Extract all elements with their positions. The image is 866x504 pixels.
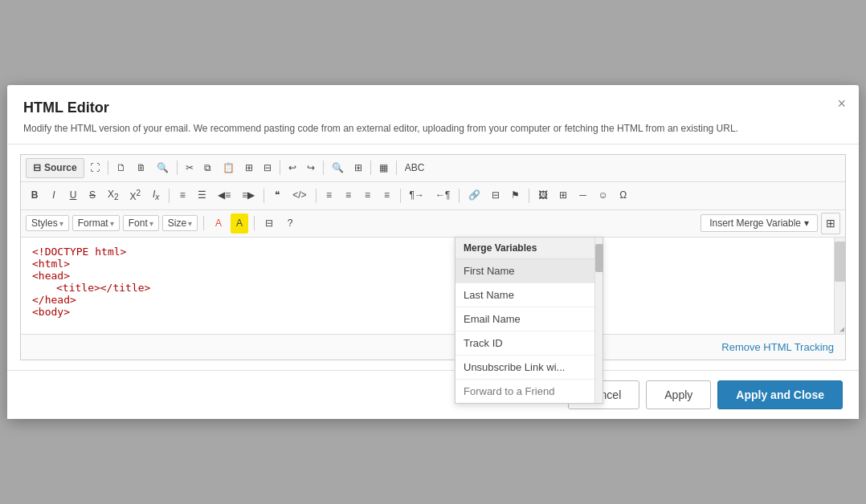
select-all-button[interactable]: ▦: [374, 158, 393, 178]
dropdown-item-forward[interactable]: Forward to a Friend: [455, 380, 603, 403]
clear-format-button[interactable]: Ix: [147, 185, 165, 206]
find-button[interactable]: 🔍: [327, 158, 349, 178]
align-left-button[interactable]: ≡: [321, 185, 338, 205]
replace-button[interactable]: ⊞: [349, 158, 367, 178]
copy-button[interactable]: ⧉: [199, 158, 217, 178]
apply-close-button[interactable]: Apply and Close: [717, 380, 843, 409]
close-button[interactable]: ×: [837, 96, 846, 111]
modal-header: HTML Editor Modify the HTML version of y…: [7, 85, 859, 144]
redo-button[interactable]: ↪: [302, 158, 320, 178]
font-color-button[interactable]: A: [210, 213, 227, 234]
source-button[interactable]: ⊟ Source: [26, 158, 84, 178]
toolbar-sep-14: [254, 216, 255, 230]
html-editor-modal: HTML Editor Modify the HTML version of y…: [7, 85, 859, 419]
unordered-list-button[interactable]: ☰: [193, 185, 211, 205]
bold-button[interactable]: B: [26, 185, 43, 205]
dropdown-item-emailname[interactable]: Email Name: [455, 307, 603, 331]
ltr-button[interactable]: ¶→: [405, 185, 429, 205]
toolbar-sep-2: [177, 161, 178, 175]
align-center-button[interactable]: ≡: [340, 185, 357, 205]
special-char-button[interactable]: Ω: [615, 185, 632, 205]
apply-button[interactable]: Apply: [646, 380, 711, 409]
modal-footer: Cancel Apply Apply and Close: [7, 370, 859, 419]
align-right-button[interactable]: ≡: [359, 185, 377, 205]
toolbar-sep-4: [323, 161, 324, 175]
table-button[interactable]: ⊞: [554, 185, 572, 205]
hr-button[interactable]: ─: [574, 185, 591, 205]
editor-resize-handle[interactable]: [835, 324, 845, 334]
styles-dropdown[interactable]: Styles ▾: [26, 215, 69, 231]
dropdown-header: Merge Variables: [455, 238, 603, 259]
align-justify-button[interactable]: ≡: [378, 185, 396, 205]
toolbar-row-1: ⊟ Source ⛶ 🗋 🗎 🔍 ✂ ⧉ 📋 ⊞ ⊟ ↩ ↪ 🔍 ⊞: [21, 155, 845, 182]
dropdown-item-unsubscribe[interactable]: Unsubscribe Link wi...: [455, 356, 603, 380]
spellcheck-button[interactable]: ABC: [400, 158, 430, 178]
toolbar-sep-8: [263, 189, 264, 203]
cut-button[interactable]: ✂: [181, 158, 198, 178]
inline-style-button[interactable]: ⊟: [260, 213, 278, 234]
new-doc-button[interactable]: 🗋: [112, 158, 131, 178]
image-button[interactable]: 🖼: [533, 185, 553, 205]
outdent-button[interactable]: ◀≡: [213, 185, 235, 205]
toolbar-row-3: Styles ▾ Format ▾ Font ▾ Size ▾ A A: [21, 210, 845, 238]
toolbar-sep-12: [529, 189, 529, 203]
paste-text-button[interactable]: ⊞: [240, 158, 258, 178]
toolbar-sep-9: [316, 189, 317, 203]
size-dropdown[interactable]: Size ▾: [162, 215, 198, 231]
remove-html-link[interactable]: Remove HTML Tracking: [721, 341, 834, 353]
superscript-button[interactable]: X2: [125, 185, 146, 207]
merge-btn-label: Insert Merge Variable: [709, 217, 801, 229]
undo-button[interactable]: ↩: [284, 158, 301, 178]
toolbar-sep-5: [370, 161, 371, 175]
subscript-button[interactable]: X2: [103, 185, 124, 206]
styles-arrow-icon: ▾: [59, 219, 63, 228]
modal-title: HTML Editor: [23, 100, 843, 116]
italic-button[interactable]: I: [45, 185, 63, 205]
preview-button[interactable]: 🔍: [152, 158, 174, 178]
dropdown-item-lastname[interactable]: Last Name: [455, 283, 603, 307]
font-label: Font: [129, 217, 148, 229]
insert-merge-variable-button[interactable]: Insert Merge Variable ▾: [701, 214, 818, 232]
paste-button[interactable]: 📋: [218, 158, 239, 178]
editor-expand-button[interactable]: ⊞: [821, 213, 840, 235]
code-line-5: </head>: [32, 294, 829, 306]
styles-label: Styles: [31, 217, 58, 229]
link-button[interactable]: 🔗: [464, 185, 485, 205]
underline-button[interactable]: U: [64, 185, 82, 205]
toolbar-sep-6: [396, 161, 397, 175]
ordered-list-button[interactable]: ≡: [174, 185, 191, 205]
fullscreen-button[interactable]: ⛶: [85, 158, 104, 178]
blockquote-button[interactable]: ❝: [268, 185, 286, 205]
dropdown-item-firstname[interactable]: First Name: [455, 259, 603, 283]
indent-button[interactable]: ≡▶: [237, 185, 259, 205]
unlink-button[interactable]: ⊟: [487, 185, 504, 205]
rtl-button[interactable]: ←¶: [431, 185, 455, 205]
modal-overlay: HTML Editor Modify the HTML version of y…: [0, 0, 866, 504]
font-dropdown[interactable]: Font ▾: [123, 215, 159, 231]
editor-scrollbar-thumb: [835, 242, 845, 282]
dropdown-item-trackid[interactable]: Track ID: [455, 331, 603, 356]
format-dropdown[interactable]: Format ▾: [72, 215, 120, 231]
format-label: Format: [78, 217, 108, 229]
code-line-4: <title></title>: [32, 282, 829, 294]
editor-scrollbar: [834, 238, 845, 334]
background-color-button[interactable]: A: [231, 213, 248, 234]
strikethrough-button[interactable]: S: [84, 185, 101, 205]
toolbar-sep-11: [459, 189, 460, 203]
format-arrow-icon: ▾: [110, 219, 114, 228]
size-arrow-icon: ▾: [188, 219, 192, 228]
source-icon: ⊟: [33, 161, 41, 175]
anchor-button[interactable]: ⚑: [506, 185, 525, 205]
modal-subtitle: Modify the HTML version of your email. W…: [23, 121, 843, 136]
toolbar-sep-1: [108, 161, 108, 175]
emoji-button[interactable]: ☺: [593, 185, 612, 205]
toolbar-row-2: B I U S X2 X2 Ix ≡ ☰ ◀≡ ≡▶ ❝ </> ≡ ≡ ≡ ≡: [21, 182, 845, 210]
help-button[interactable]: ?: [281, 213, 299, 234]
div-button[interactable]: </>: [288, 185, 311, 205]
editor-container: ⊟ Source ⛶ 🗋 🗎 🔍 ✂ ⧉ 📋 ⊞ ⊟ ↩ ↪ 🔍 ⊞: [20, 154, 846, 360]
code-line-2: <html>: [32, 258, 829, 270]
templates-button[interactable]: 🗎: [132, 158, 151, 178]
editor-body[interactable]: <!DOCTYPE html> <html> <head> <title></t…: [21, 238, 845, 334]
paste-word-button[interactable]: ⊟: [259, 158, 276, 178]
code-line-3: <head>: [32, 270, 829, 282]
